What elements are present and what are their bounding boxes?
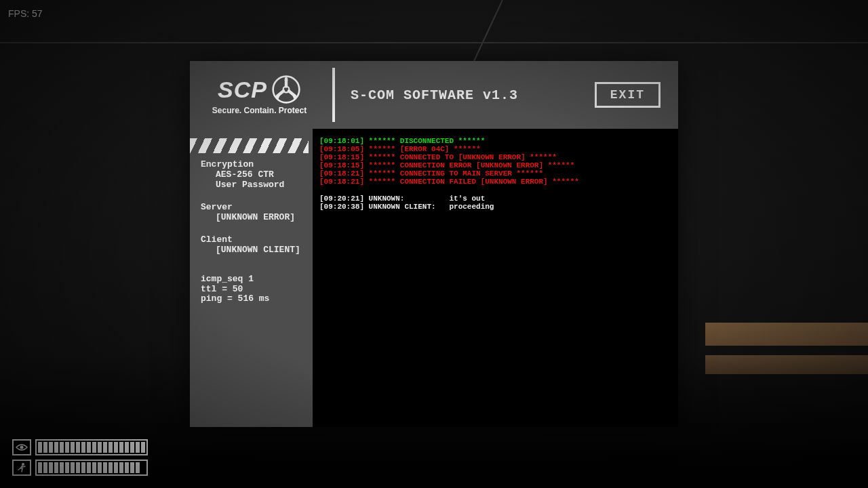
terminal-line: [09:18:21] ****** CONNECTION FAILED [UNK…	[319, 178, 671, 186]
hud-segment	[125, 442, 129, 453]
scp-logo-tagline: Secure. Contain. Protect	[212, 106, 307, 115]
scp-emblem-icon	[271, 75, 301, 104]
hud-segment	[49, 442, 53, 453]
hud-segment	[119, 462, 123, 473]
hud-segment	[81, 462, 85, 473]
scp-logo: SCP Secure. Contain. Prot	[190, 61, 329, 129]
hud-segment	[114, 442, 118, 453]
run-icon	[12, 460, 31, 476]
scom-panel: SCP Secure. Contain. Prot	[190, 61, 678, 427]
hud-segment	[108, 442, 113, 453]
hud-segment	[136, 462, 140, 473]
terminal-line: [09:18:05] ****** [ERROR 04C] ******	[319, 145, 671, 153]
wall-stripe	[705, 323, 868, 346]
software-title: S-COM SOFTWARE v1.3	[351, 87, 518, 103]
sidebar-server: Server [UNKNOWN ERROR]	[201, 203, 309, 223]
hud-segment	[81, 442, 85, 453]
hud-segment	[38, 462, 42, 473]
hud-segment	[38, 442, 42, 453]
terminal-line: [09:18:15] ****** CONNECTED TO [UNKNOWN …	[319, 153, 671, 161]
hud-segment	[76, 462, 80, 473]
terminal-output: [09:18:01] ****** DISCONNECTED ******[09…	[309, 129, 678, 427]
eye-icon	[12, 439, 31, 455]
blink-meter	[12, 439, 148, 455]
hud-segment	[60, 462, 64, 473]
hud-segment	[65, 462, 69, 473]
header-divider	[332, 68, 335, 122]
hud-segment	[130, 462, 134, 473]
terminal-line: [09:18:21] ****** CONNECTING TO MAIN SER…	[319, 169, 671, 178]
hud-segment	[98, 442, 102, 453]
stamina-bar	[35, 460, 148, 476]
hud-segment	[98, 462, 102, 473]
panel-header: SCP Secure. Contain. Prot	[190, 61, 678, 129]
hud-segment	[92, 442, 96, 453]
panel-title-bar: S-COM SOFTWARE v1.3 EXIT	[329, 61, 678, 129]
hud-segment	[76, 442, 80, 453]
hud	[12, 435, 148, 476]
hud-segment	[125, 462, 129, 473]
hud-segment	[141, 442, 145, 453]
sidebar-client: Client [UNKNOWN CLIENT]	[201, 235, 309, 256]
svg-line-4	[289, 91, 295, 96]
terminal-chat-line: [09:20:21] UNKNOWN: it's out	[319, 195, 671, 203]
scp-logo-text: SCP	[218, 77, 267, 103]
stamina-meter	[12, 460, 148, 476]
exit-button[interactable]: EXIT	[595, 82, 660, 108]
hud-segment	[108, 462, 113, 473]
terminal-line: [09:18:01] ****** DISCONNECTED ******	[319, 137, 671, 145]
hud-segment	[87, 442, 91, 453]
hud-segment	[65, 442, 69, 453]
hud-segment	[103, 462, 107, 473]
hud-segment	[130, 442, 134, 453]
blink-bar	[35, 439, 148, 455]
hud-segment	[54, 462, 58, 473]
hud-segment	[43, 462, 47, 473]
hud-segment	[136, 442, 140, 453]
sidebar-encryption: Encryption AES-256 CTR User Password	[201, 160, 309, 190]
hud-segment	[114, 462, 118, 473]
hazard-stripes-icon	[190, 138, 309, 153]
hud-segment	[141, 462, 145, 473]
svg-line-3	[277, 91, 283, 96]
hud-segment	[87, 462, 91, 473]
hud-segment	[71, 462, 75, 473]
sidebar-network: icmp_seq 1 ttl = 50 ping = 516 ms	[201, 274, 309, 305]
hud-segment	[92, 462, 96, 473]
terminal-chat-line: [09:20:38] UNKNOWN CLIENT: proceeding	[319, 203, 671, 211]
hud-segment	[54, 442, 58, 453]
hud-segment	[119, 442, 123, 453]
ceiling-seam-horizontal	[0, 42, 868, 43]
fps-counter: FPS: 57	[8, 8, 43, 19]
panel-content: Encryption AES-256 CTR User Password Ser…	[190, 129, 678, 427]
terminal-line: [09:18:15] ****** CONNECTION ERROR [UNKN…	[319, 161, 671, 169]
hud-segment	[103, 442, 107, 453]
panel-sidebar: Encryption AES-256 CTR User Password Ser…	[190, 129, 309, 427]
hud-segment	[49, 462, 53, 473]
hud-segment	[60, 442, 64, 453]
hud-segment	[43, 442, 47, 453]
hud-segment	[71, 442, 75, 453]
svg-point-8	[20, 446, 24, 449]
